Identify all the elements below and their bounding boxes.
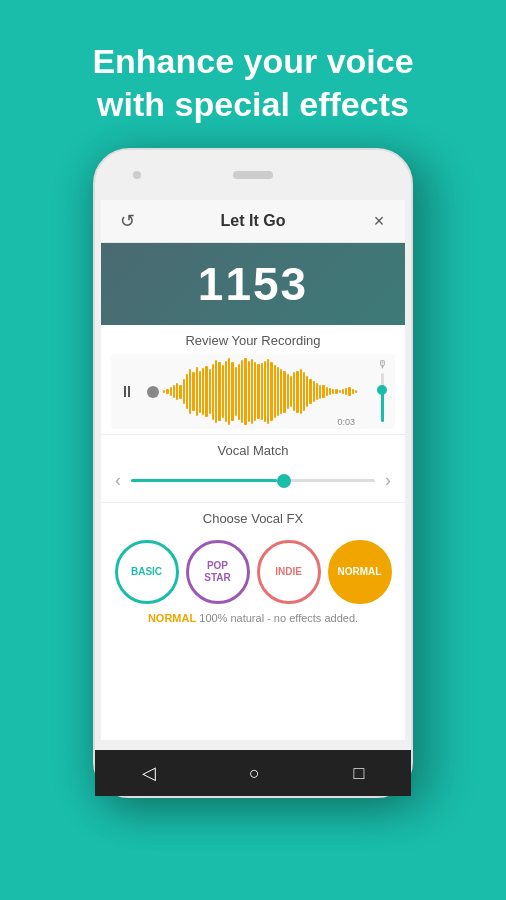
fx-selected-name: NORMAL — [148, 612, 196, 624]
wave-bar — [248, 361, 250, 423]
choose-fx-label: Choose Vocal FX — [111, 511, 395, 526]
vocal-match-label: Vocal Match — [111, 443, 395, 458]
wave-bar — [209, 369, 211, 415]
wave-bar — [222, 365, 224, 418]
app-header: ↺ Let It Go × — [101, 200, 405, 243]
wave-bar — [179, 385, 181, 399]
wave-bar — [342, 389, 344, 395]
nav-back-icon[interactable]: ◁ — [142, 762, 156, 784]
vocal-match-thumb[interactable] — [277, 474, 291, 488]
wave-bar — [287, 374, 289, 409]
wave-bar — [274, 365, 276, 418]
nav-recents-icon[interactable]: □ — [353, 763, 364, 784]
review-section: Review Your Recording ⏸ 🎙 0:03 — [101, 325, 405, 435]
wave-bar — [186, 374, 188, 409]
wave-bar — [277, 367, 279, 416]
wave-bar — [166, 389, 168, 395]
mic-icon: 🎙 — [377, 358, 388, 370]
review-label: Review Your Recording — [111, 333, 395, 348]
header-text: Enhance your voice with special effects — [0, 40, 506, 125]
wave-bar — [261, 363, 263, 420]
app-screen: ↺ Let It Go × 1153 Review Your Recording… — [101, 200, 405, 740]
phone-frame: ↺ Let It Go × 1153 Review Your Recording… — [93, 148, 413, 798]
wave-bar — [316, 383, 318, 401]
wave-bar — [296, 371, 298, 413]
nav-home-icon[interactable]: ○ — [249, 763, 260, 784]
back-icon[interactable]: ↺ — [115, 210, 139, 232]
wave-bar — [202, 368, 204, 416]
fx-indie-button[interactable]: INDIE — [257, 540, 321, 604]
wave-bar — [176, 383, 178, 401]
wave-bar — [251, 359, 253, 423]
wave-bar — [345, 388, 347, 395]
wave-bar — [332, 389, 334, 395]
wave-bar — [322, 385, 324, 398]
header-line2: with special effects — [97, 85, 409, 123]
wave-bar — [355, 390, 357, 394]
wave-bar — [238, 364, 240, 420]
fx-buttons-row: BASIC POPSTAR INDIE NORMAL — [111, 532, 395, 610]
playhead-dot — [147, 386, 159, 398]
wave-bar — [212, 364, 214, 420]
fx-description: NORMAL 100% natural - no effects added. — [111, 610, 395, 626]
wave-bar — [319, 385, 321, 399]
wave-bar — [189, 369, 191, 415]
phone-speaker — [233, 171, 273, 179]
wave-bar — [254, 362, 256, 422]
wave-bar — [300, 369, 302, 415]
vocal-match-track[interactable] — [131, 479, 375, 482]
wave-bar — [339, 390, 341, 394]
wave-bar — [244, 358, 246, 425]
fx-description-text: 100% natural - no effects added. — [199, 612, 358, 624]
fx-basic-button[interactable]: BASIC — [115, 540, 179, 604]
waveform — [163, 357, 357, 427]
wave-bar — [225, 361, 227, 423]
wave-bar — [267, 359, 269, 423]
wave-bar — [231, 362, 233, 422]
app-title: Let It Go — [139, 212, 367, 230]
wave-bar — [205, 366, 207, 416]
wave-bar — [313, 381, 315, 402]
wave-bar — [283, 371, 285, 413]
wave-bar — [309, 379, 311, 404]
wave-bar — [329, 388, 331, 395]
wave-bar — [306, 376, 308, 408]
wave-bar — [235, 367, 237, 416]
wave-bar — [215, 360, 217, 423]
fx-normal-button[interactable]: NORMAL — [328, 540, 392, 604]
wave-bar — [290, 376, 292, 408]
wave-bar — [264, 361, 266, 423]
wave-bar — [183, 379, 185, 404]
wave-bar — [199, 371, 201, 413]
wave-bar — [218, 362, 220, 422]
chevron-left-button[interactable]: ‹ — [111, 468, 125, 493]
vocal-match-section: Vocal Match ‹ › — [101, 435, 405, 503]
wave-bar — [241, 360, 243, 423]
volume-thumb[interactable] — [377, 385, 387, 395]
volume-slider[interactable]: 🎙 — [375, 358, 389, 425]
wave-bar — [228, 358, 230, 425]
waveform-container: ⏸ 🎙 0:03 — [111, 354, 395, 429]
wave-bar — [170, 387, 172, 395]
wave-bar — [348, 387, 350, 395]
time-label: 0:03 — [337, 417, 355, 427]
score-section: 1153 — [101, 243, 405, 325]
wave-bar — [293, 372, 295, 411]
vocal-match-fill — [131, 479, 277, 482]
wave-bar — [352, 389, 354, 395]
wave-bar — [192, 372, 194, 411]
wave-bar — [173, 385, 175, 398]
wave-bar — [303, 372, 305, 411]
wave-bar — [280, 369, 282, 415]
wave-bar — [335, 389, 337, 393]
volume-track — [381, 373, 384, 422]
chevron-right-button[interactable]: › — [381, 468, 395, 493]
play-pause-button[interactable]: ⏸ — [119, 383, 135, 401]
wave-bar — [326, 387, 328, 397]
wave-bar — [270, 362, 272, 422]
fx-popstar-button[interactable]: POPSTAR — [186, 540, 250, 604]
vocal-match-slider-row: ‹ › — [111, 464, 395, 497]
header-line1: Enhance your voice — [92, 42, 413, 80]
score-number: 1153 — [111, 257, 395, 311]
close-icon[interactable]: × — [367, 211, 391, 232]
